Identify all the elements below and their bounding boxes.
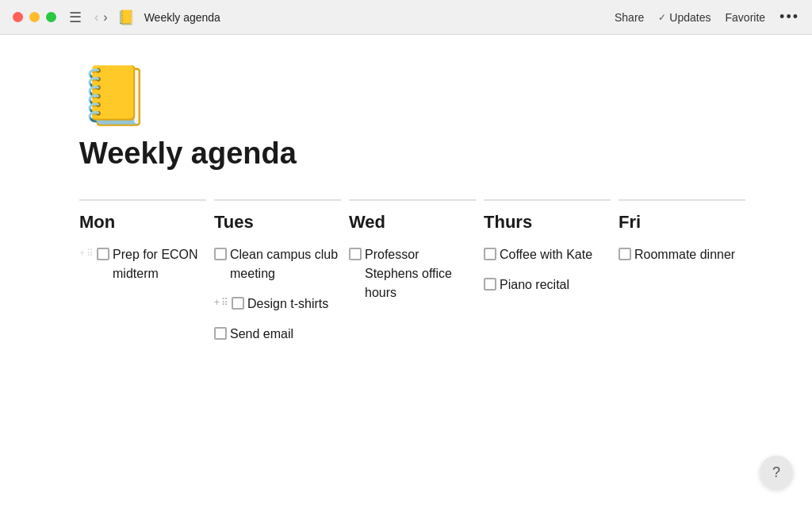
day-divider-tues — [214, 199, 341, 201]
list-item: Piano recital — [484, 275, 611, 294]
list-item: Professor Stephens office hours — [349, 245, 476, 302]
task-controls: +⠿ — [214, 294, 228, 308]
task-label: Roommate dinner — [634, 245, 735, 264]
task-checkbox[interactable] — [232, 297, 244, 310]
list-item: +⠿Design t-shirts — [214, 294, 341, 314]
list-item: +⠿Prep for ECON midterm — [79, 245, 206, 283]
nav-arrows: ‹ › — [94, 10, 108, 25]
page-content: 📒 Weekly agenda Mon+⠿Prep for ECON midte… — [0, 35, 812, 508]
favorite-button[interactable]: Favorite — [726, 11, 766, 24]
page-title: Weekly agenda — [79, 137, 764, 171]
day-name-tues: Tues — [214, 212, 341, 233]
traffic-lights — [13, 12, 56, 22]
day-name-thurs: Thurs — [484, 212, 611, 233]
task-checkbox[interactable] — [484, 278, 496, 291]
task-checkbox[interactable] — [97, 248, 109, 260]
task-label: Clean campus club meeting — [230, 245, 341, 283]
day-divider-wed — [349, 199, 476, 201]
task-controls: +⠿ — [79, 245, 94, 259]
titlebar-actions: Share ✓ Updates Favorite ••• — [615, 9, 799, 25]
updates-button[interactable]: ✓ Updates — [658, 11, 710, 24]
back-button[interactable]: ‹ — [94, 10, 98, 25]
page-icon-titlebar: 📒 — [117, 9, 135, 26]
drag-handle-icon[interactable]: ⠿ — [86, 248, 94, 259]
page-emoji: 📒 — [79, 67, 764, 124]
task-checkbox[interactable] — [214, 248, 227, 260]
help-button[interactable]: ? — [760, 456, 793, 489]
page-title-titlebar: Weekly agenda — [144, 11, 220, 24]
fullscreen-button[interactable] — [46, 12, 56, 22]
list-item: Clean campus club meeting — [214, 245, 341, 283]
titlebar: ☰ ‹ › 📒 Weekly agenda Share ✓ Updates Fa… — [0, 0, 812, 35]
day-column-thurs: ThursCoffee with KatePiano recital — [484, 199, 619, 306]
sidebar-toggle-button[interactable]: ☰ — [69, 9, 82, 26]
day-column-wed: WedProfessor Stephens office hours — [349, 199, 484, 314]
task-label: Send email — [230, 325, 293, 344]
list-item: Roommate dinner — [619, 245, 745, 264]
agenda-grid: Mon+⠿Prep for ECON midtermTuesClean camp… — [79, 199, 764, 355]
day-column-fri: FriRoommate dinner — [619, 199, 753, 275]
task-checkbox[interactable] — [349, 248, 362, 260]
add-task-icon[interactable]: + — [79, 248, 85, 259]
task-checkbox[interactable] — [214, 327, 227, 340]
task-label: Design t-shirts — [247, 294, 328, 314]
task-label: Professor Stephens office hours — [365, 245, 476, 302]
day-name-wed: Wed — [349, 212, 476, 233]
day-column-tues: TuesClean campus club meeting+⠿Design t-… — [214, 199, 349, 355]
list-item: Coffee with Kate — [484, 245, 611, 264]
day-divider-fri — [619, 199, 745, 201]
forward-button[interactable]: › — [103, 10, 107, 25]
task-label: Coffee with Kate — [500, 245, 592, 264]
task-checkbox[interactable] — [619, 248, 631, 260]
day-column-mon: Mon+⠿Prep for ECON midterm — [79, 199, 214, 294]
task-label: Prep for ECON midterm — [113, 245, 206, 283]
drag-handle-icon[interactable]: ⠿ — [221, 297, 228, 308]
task-label: Piano recital — [500, 275, 569, 294]
add-task-icon[interactable]: + — [214, 297, 220, 308]
day-name-fri: Fri — [619, 212, 745, 233]
close-button[interactable] — [13, 12, 23, 22]
day-name-mon: Mon — [79, 212, 206, 233]
more-options-button[interactable]: ••• — [779, 9, 799, 25]
day-divider-mon — [79, 199, 206, 201]
share-button[interactable]: Share — [615, 11, 644, 24]
list-item: Send email — [214, 325, 341, 344]
task-checkbox[interactable] — [484, 248, 496, 260]
minimize-button[interactable] — [29, 12, 40, 22]
updates-label: Updates — [669, 11, 710, 24]
updates-check-icon: ✓ — [658, 12, 666, 23]
day-divider-thurs — [484, 199, 611, 201]
